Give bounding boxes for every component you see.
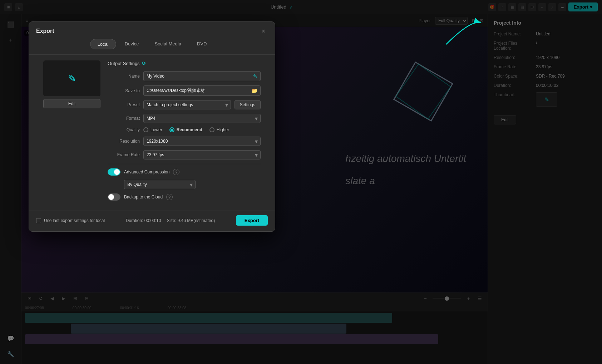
backup-cloud-toggle[interactable] <box>108 193 120 201</box>
quality-lower-radio[interactable] <box>143 127 148 132</box>
dialog-scroll[interactable]: ✎ Edit Output Settings ⟳ Name ✎ <box>29 55 275 211</box>
dialog-settings: Output Settings ⟳ Name ✎ Save to <box>108 60 261 205</box>
name-edit-icon[interactable]: ✎ <box>253 73 257 79</box>
save-path-display: C:/Users/ws/Desktop/视频素材 📁 <box>143 85 261 96</box>
preset-select-wrapper: Match to project settings <box>143 100 231 109</box>
by-quality-select-wrapper: By Quality <box>124 180 196 189</box>
modal-overlay: Export × Local Device Social Media DVD ✎… <box>0 0 602 364</box>
tab-local[interactable]: Local <box>90 39 116 49</box>
form-label-quality: Quality <box>108 127 140 132</box>
resolution-select-wrapper: 1920x1080 <box>143 137 261 146</box>
form-row-name: Name ✎ <box>108 71 261 81</box>
preview-edit-button[interactable]: Edit <box>43 99 100 108</box>
format-select[interactable]: MP4 <box>143 114 261 123</box>
save-path-text: C:/Users/ws/Desktop/视频素材 <box>147 88 249 94</box>
preview-thumbnail: ✎ <box>43 60 100 96</box>
dialog-title: Export <box>36 28 54 34</box>
footer-export-button[interactable]: Export <box>236 215 268 226</box>
backup-cloud-label: Backup to the Cloud <box>124 195 163 200</box>
name-input-wrapper: ✎ <box>143 71 261 81</box>
refresh-icon[interactable]: ⟳ <box>142 60 146 66</box>
folder-browse-icon[interactable]: 📁 <box>251 88 257 94</box>
advanced-compression-toggle[interactable] <box>108 168 120 176</box>
format-select-wrapper: MP4 <box>143 114 261 123</box>
dialog-preview-area: ✎ Edit <box>43 60 100 205</box>
footer-info: Duration: 00:00:10 Size: 9.46 MB(estimat… <box>126 218 215 223</box>
form-row-resolution: Resolution 1920x1080 <box>108 137 261 146</box>
dialog-footer: Use last export settings for local Durat… <box>29 211 275 231</box>
export-dialog: Export × Local Device Social Media DVD ✎… <box>29 21 275 232</box>
tab-dvd[interactable]: DVD <box>190 39 214 49</box>
by-quality-select[interactable]: By Quality <box>124 180 196 189</box>
preset-settings-button[interactable]: Settings <box>235 100 261 109</box>
quality-recommend[interactable]: Recommend <box>169 127 202 132</box>
backup-cloud-help[interactable]: ? <box>166 194 173 200</box>
advanced-compression-help[interactable]: ? <box>173 169 179 175</box>
use-last-settings-checkbox[interactable] <box>36 218 41 223</box>
form-divider-1 <box>108 164 261 164</box>
dialog-body: ✎ Edit Output Settings ⟳ Name ✎ <box>36 55 268 211</box>
form-row-by-quality: By Quality <box>124 180 261 189</box>
form-row-format: Format MP4 <box>108 114 261 123</box>
backup-cloud-row: Backup to the Cloud ? <box>108 193 261 201</box>
quality-options: Lower Recommend Higher <box>143 127 229 132</box>
resolution-select[interactable]: 1920x1080 <box>143 137 261 146</box>
tab-device[interactable]: Device <box>118 39 146 49</box>
quality-recommend-radio[interactable] <box>169 127 174 132</box>
dialog-close-button[interactable]: × <box>259 27 268 35</box>
form-label-format: Format <box>108 116 140 121</box>
preset-select[interactable]: Match to project settings <box>143 100 231 109</box>
form-label-resolution: Resolution <box>108 139 140 144</box>
form-label-preset: Preset <box>108 102 140 107</box>
framerate-select-wrapper: 23.97 fps <box>143 150 261 159</box>
form-row-quality: Quality Lower Recommend <box>108 127 261 132</box>
framerate-select[interactable]: 23.97 fps <box>143 150 261 159</box>
form-row-framerate: Frame Rate 23.97 fps <box>108 150 261 159</box>
quality-higher-radio[interactable] <box>209 127 214 132</box>
name-input[interactable] <box>147 74 253 79</box>
duration-info: Duration: 00:00:10 <box>126 218 161 223</box>
form-label-save-to: Save to <box>108 88 140 93</box>
form-row-preset: Preset Match to project settings Setting… <box>108 100 261 109</box>
use-last-settings-row: Use last export settings for local <box>36 218 105 223</box>
output-settings-title: Output Settings ⟳ <box>108 60 261 66</box>
dialog-tabs: Local Device Social Media DVD <box>29 39 275 55</box>
advanced-compression-row: Advanced Compression ? <box>108 168 261 176</box>
form-row-save-to: Save to C:/Users/ws/Desktop/视频素材 📁 <box>108 85 261 96</box>
form-label-framerate: Frame Rate <box>108 152 140 157</box>
quality-lower[interactable]: Lower <box>143 127 162 132</box>
quality-higher[interactable]: Higher <box>209 127 229 132</box>
use-last-settings-label: Use last export settings for local <box>44 218 105 223</box>
tab-social-media[interactable]: Social Media <box>147 39 188 49</box>
size-info: Size: 9.46 MB(estimated) <box>167 218 215 223</box>
advanced-compression-label: Advanced Compression <box>124 169 169 174</box>
dialog-header: Export × <box>29 22 275 39</box>
form-label-name: Name <box>108 74 140 79</box>
